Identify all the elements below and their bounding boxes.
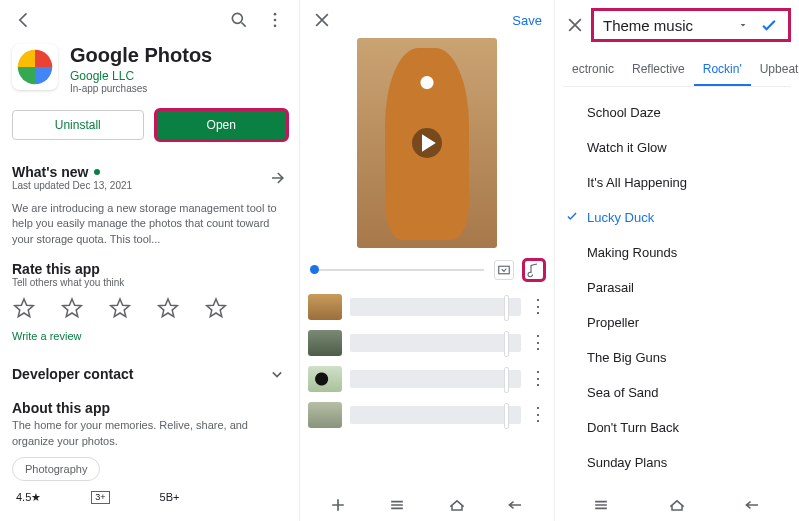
chevron-down-icon — [267, 364, 287, 384]
clip-thumb — [308, 330, 342, 356]
music-button[interactable] — [524, 260, 544, 280]
rate-title: Rate this app — [12, 261, 287, 277]
song-label: School Daze — [587, 105, 661, 120]
search-icon[interactable] — [229, 10, 249, 30]
more-icon[interactable] — [265, 10, 285, 30]
dot-icon — [94, 169, 100, 175]
caret-down-icon — [737, 19, 749, 31]
song-item[interactable]: Watch it Glow — [563, 130, 791, 165]
open-button[interactable]: Open — [156, 110, 288, 140]
svg-rect-4 — [499, 266, 510, 274]
whats-new-title: What's new — [12, 164, 88, 180]
song-item[interactable]: Sunday Plans — [563, 445, 791, 480]
song-item[interactable]: Propeller — [563, 305, 791, 340]
back-icon[interactable] — [14, 10, 34, 30]
clip-more-icon[interactable]: ⋮ — [529, 412, 546, 417]
close-icon[interactable] — [565, 15, 585, 35]
theme-music-dropdown[interactable]: Theme music — [593, 10, 789, 40]
clip-row[interactable]: ⋮ — [308, 330, 546, 356]
check-icon — [565, 209, 579, 226]
clip-bar[interactable] — [350, 406, 521, 424]
genre-tab[interactable]: ectronic — [563, 54, 623, 86]
star-4-icon[interactable] — [156, 296, 180, 320]
app-logo — [12, 44, 58, 90]
arrow-right-icon — [267, 168, 287, 188]
song-item[interactable]: It's All Happening — [563, 165, 791, 200]
clip-thumb — [308, 294, 342, 320]
genre-tab[interactable]: Reflective — [623, 54, 694, 86]
song-label: Making Rounds — [587, 245, 677, 260]
write-review-link[interactable]: Write a review — [12, 330, 287, 342]
nav-back-icon[interactable] — [743, 495, 763, 515]
nav-menu-icon[interactable] — [591, 495, 611, 515]
song-item[interactable]: Don't Turn Back — [563, 410, 791, 445]
song-label: Sea of Sand — [587, 385, 659, 400]
stat-downloads: 5B+ — [160, 491, 180, 504]
song-label: The Big Guns — [587, 350, 667, 365]
video-preview[interactable] — [357, 38, 497, 248]
clip-bar[interactable] — [350, 334, 521, 352]
whats-new-row[interactable]: What's new Last updated Dec 13, 2021 — [12, 156, 287, 199]
song-item[interactable]: The Big Guns — [563, 340, 791, 375]
star-2-icon[interactable] — [60, 296, 84, 320]
song-item[interactable]: Parasail — [563, 270, 791, 305]
whats-new-body: We are introducing a new storage managem… — [12, 201, 287, 247]
dev-contact-row[interactable]: Developer contact — [12, 356, 287, 392]
dropdown-label: Theme music — [603, 17, 693, 34]
star-rating[interactable] — [12, 296, 287, 320]
song-label: Propeller — [587, 315, 639, 330]
song-label: Watch it Glow — [587, 140, 667, 155]
song-item[interactable]: Lucky Duck — [563, 200, 791, 235]
song-item[interactable]: School Daze — [563, 95, 791, 130]
song-label: Lucky Duck — [587, 210, 654, 225]
clip-row[interactable]: ⋮ — [308, 366, 546, 392]
about-body: The home for your memories. Relive, shar… — [12, 418, 287, 449]
uninstall-button[interactable]: Uninstall — [12, 110, 144, 140]
svg-point-2 — [274, 19, 277, 22]
star-1-icon[interactable] — [12, 296, 36, 320]
confirm-check-icon[interactable] — [759, 15, 779, 35]
song-item[interactable]: Making Rounds — [563, 235, 791, 270]
song-label: Parasail — [587, 280, 634, 295]
clip-bar[interactable] — [350, 370, 521, 388]
add-icon[interactable] — [328, 495, 348, 515]
clip-bar[interactable] — [350, 298, 521, 316]
aspect-ratio-button[interactable] — [494, 260, 514, 280]
song-label: Don't Turn Back — [587, 420, 679, 435]
save-button[interactable]: Save — [512, 13, 542, 28]
nav-menu-icon[interactable] — [387, 495, 407, 515]
stat-age: 3+ — [91, 491, 109, 504]
svg-point-3 — [274, 25, 277, 28]
star-3-icon[interactable] — [108, 296, 132, 320]
clip-more-icon[interactable]: ⋮ — [529, 376, 546, 381]
nav-home-icon[interactable] — [667, 495, 687, 515]
clip-more-icon[interactable]: ⋮ — [529, 340, 546, 345]
nav-back-icon[interactable] — [506, 495, 526, 515]
song-label: Sunday Plans — [587, 455, 667, 470]
category-chip[interactable]: Photography — [12, 457, 100, 481]
clip-row[interactable]: ⋮ — [308, 294, 546, 320]
genre-tab[interactable]: Rockin' — [694, 54, 751, 86]
song-item[interactable]: Sea of Sand — [563, 375, 791, 410]
clip-row[interactable]: ⋮ — [308, 402, 546, 428]
genre-tab[interactable]: Upbeat — [751, 54, 799, 86]
dev-contact-title: Developer contact — [12, 366, 133, 382]
clip-thumb — [308, 402, 342, 428]
svg-point-0 — [232, 13, 242, 23]
clip-more-icon[interactable]: ⋮ — [529, 304, 546, 309]
svg-point-1 — [274, 13, 277, 16]
rate-sub: Tell others what you think — [12, 277, 287, 288]
close-icon[interactable] — [312, 10, 332, 30]
play-icon[interactable] — [412, 128, 442, 158]
star-5-icon[interactable] — [204, 296, 228, 320]
iap-label: In-app purchases — [70, 83, 212, 94]
publisher-link[interactable]: Google LLC — [70, 69, 212, 83]
clip-thumb — [308, 366, 342, 392]
app-title: Google Photos — [70, 44, 212, 67]
nav-home-icon[interactable] — [447, 495, 467, 515]
last-updated: Last updated Dec 13, 2021 — [12, 180, 132, 191]
song-label: It's All Happening — [587, 175, 687, 190]
timeline-slider[interactable] — [310, 269, 484, 271]
stat-rating: 4.5★ — [16, 491, 41, 504]
about-title: About this app — [12, 400, 287, 416]
